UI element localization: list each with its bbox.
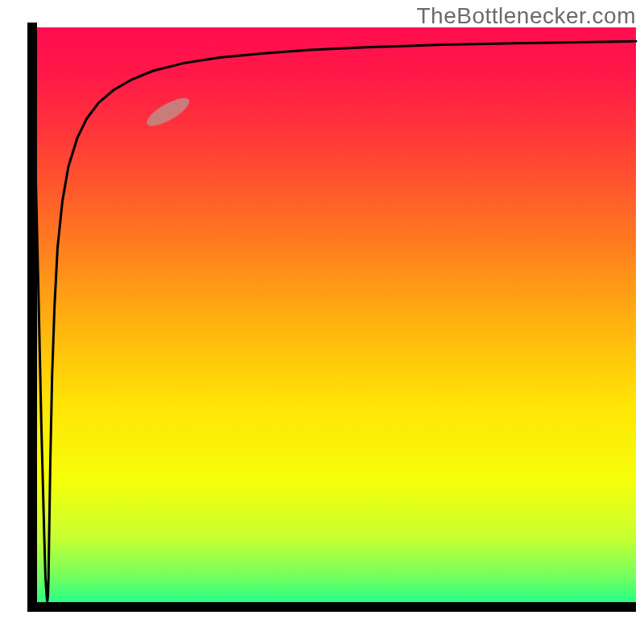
plot-background: [32, 27, 636, 607]
chart-svg: [0, 0, 644, 644]
watermark-text: TheBottlenecker.com: [416, 3, 636, 29]
chart-container: TheBottlenecker.com: [0, 0, 644, 644]
